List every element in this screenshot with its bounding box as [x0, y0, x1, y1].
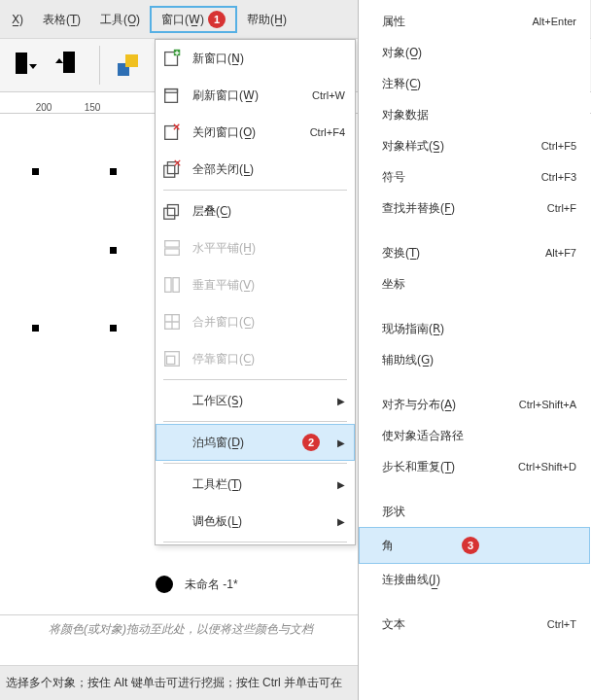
submenu-arrow-icon: ▶ — [337, 516, 355, 527]
menuitem-label: 调色板(L̲) — [189, 513, 337, 530]
submenu-step[interactable]: 步长和重复(T̲)Ctrl+Shift+D — [359, 451, 590, 482]
badge-1: 1 — [208, 11, 226, 28]
submenu-symbol[interactable]: 符号Ctrl+F3 — [359, 161, 590, 192]
status-hint: 将颜色(或对象)拖动至此处，以便将这些颜色与文档 — [0, 614, 358, 644]
submenu-guide[interactable]: 现场指南(R̲) — [359, 313, 590, 344]
submenu-curve[interactable]: 连接曲线(J̲) — [359, 564, 590, 595]
svg-rect-21 — [167, 356, 175, 364]
svg-rect-8 — [165, 89, 178, 103]
doc-label: 未命名 -1* — [185, 577, 238, 593]
submenu-aux[interactable]: 辅助线(G̲) — [359, 344, 590, 375]
shortcut: Ctrl+F3 — [541, 171, 576, 183]
svg-rect-15 — [165, 241, 180, 247]
submenu-text[interactable]: 文本Ctrl+T — [359, 609, 590, 640]
menuitem-label: 工作区(S̲) — [189, 393, 337, 409]
menu-table[interactable]: 表格(T̲) — [33, 6, 90, 33]
menuitem-label: 泊坞窗(D̲) — [189, 435, 298, 451]
doc-indicator[interactable]: 未命名 -1* — [156, 576, 238, 593]
menuitem-label: 停靠窗口(C̲) — [189, 351, 355, 368]
ruler-tick: 150 — [68, 102, 117, 113]
shortcut: Alt+F7 — [545, 247, 576, 259]
menuitem-close-window[interactable]: 关闭窗口(O̲) Ctrl+F4 — [156, 114, 355, 151]
menuitem-label: 垂直平铺(V̲) — [189, 277, 355, 294]
badge-2: 2 — [302, 434, 320, 451]
menu-window-label: 窗口(W̲) — [161, 6, 204, 33]
svg-rect-11 — [164, 165, 175, 177]
menuitem-combine: 合并窗口(C̲) — [156, 303, 355, 340]
tool-icon[interactable] — [54, 49, 86, 82]
menuitem-workspace[interactable]: 工作区(S̲) ▶ — [156, 382, 355, 419]
submenu-coord[interactable]: 坐标 — [359, 268, 590, 299]
svg-rect-13 — [164, 208, 175, 219]
menuitem-htile: 水平平铺(H̲) — [156, 229, 355, 266]
menu-help[interactable]: 帮助(H̲) — [237, 6, 296, 33]
submenu-properties[interactable]: 属性Alt+Enter — [359, 6, 590, 37]
shortcut: Ctrl+Shift+D — [518, 461, 576, 472]
menuitem-refresh-window[interactable]: 刷新窗口(W̲) Ctrl+W — [156, 77, 355, 114]
submenu-find[interactable]: 查找并替换(F̲)Ctrl+F — [359, 192, 590, 224]
submenu-objstyle[interactable]: 对象样式(S̲)Ctrl+F5 — [359, 130, 590, 161]
menuitem-label: 新窗口(N̲) — [189, 51, 355, 67]
shortcut: Ctrl+T — [547, 618, 576, 630]
ruler-tick: 200 — [19, 102, 68, 113]
menuitem-new-window[interactable]: 新窗口(N̲) — [156, 40, 355, 77]
submenu-fit[interactable]: 使对象适合路径 — [359, 420, 590, 451]
menuitem-label: 关闭窗口(O̲) — [189, 124, 310, 141]
submenu-object[interactable]: 对象(O̲) — [359, 37, 590, 68]
dockers-submenu: 属性Alt+Enter 对象(O̲) 注释(C̲) 对象数据 对象样式(S̲)C… — [358, 0, 590, 700]
tool-icon[interactable] — [10, 49, 41, 82]
menuitem-label: 工具栏(T̲) — [189, 476, 337, 493]
shortcut: Ctrl+W — [312, 89, 355, 101]
menuitem-label: 刷新窗口(W̲) — [189, 88, 312, 104]
svg-rect-18 — [173, 278, 179, 293]
submenu-shape[interactable]: 形状 — [359, 496, 590, 527]
status-bar: 选择多个对象；按住 Alt 键单击可进行挖掘；按住 Ctrl 并单击可在 — [0, 665, 358, 700]
menuitem-palette[interactable]: 调色板(L̲) ▶ — [156, 503, 355, 540]
submenu-arrow-icon: ▶ — [337, 396, 355, 406]
svg-rect-3 — [125, 54, 138, 67]
svg-rect-9 — [165, 89, 178, 93]
svg-rect-1 — [63, 52, 75, 73]
submenu-arrow-icon: ▶ — [337, 479, 355, 490]
shortcut: Ctrl+F4 — [310, 126, 355, 138]
submenu-objdata[interactable]: 对象数据 — [359, 99, 590, 130]
submenu-arrow-icon: ▶ — [337, 438, 355, 448]
svg-rect-14 — [167, 205, 178, 216]
menu-window[interactable]: 窗口(W̲) 1 — [150, 6, 237, 33]
menuitem-label: 全部关闭(L̲) — [189, 161, 355, 178]
menuitem-close-all[interactable]: 全部关闭(L̲) — [156, 151, 355, 188]
menuitem-label: 层叠(C̲) — [189, 203, 355, 220]
doc-dot-icon — [156, 576, 173, 593]
menuitem-dockers[interactable]: 泊坞窗(D̲) 2 ▶ — [156, 424, 355, 461]
submenu-comment[interactable]: 注释(C̲) — [359, 68, 590, 99]
menuitem-vtile: 垂直平铺(V̲) — [156, 266, 355, 303]
submenu-corner[interactable]: 角 3 — [359, 527, 590, 564]
shortcut: Ctrl+F — [547, 202, 576, 214]
svg-rect-17 — [165, 278, 171, 293]
svg-rect-0 — [16, 52, 27, 74]
selection-handles[interactable] — [0, 172, 126, 328]
badge-3: 3 — [462, 537, 479, 554]
window-dropdown: 新窗口(N̲) 刷新窗口(W̲) Ctrl+W 关闭窗口(O̲) Ctrl+F4… — [155, 39, 356, 545]
menuitem-toolbars[interactable]: 工具栏(T̲) ▶ — [156, 466, 355, 503]
menuitem-label: 水平平铺(H̲) — [189, 240, 355, 257]
menu-close[interactable]: X̲) — [2, 6, 33, 33]
submenu-align[interactable]: 对齐与分布(A̲)Ctrl+Shift+A — [359, 389, 590, 420]
menu-tools[interactable]: 工具(O̲) — [90, 6, 150, 33]
menuitem-cascade[interactable]: 层叠(C̲) — [156, 192, 355, 229]
svg-rect-16 — [165, 249, 180, 255]
menuitem-dock: 停靠窗口(C̲) — [156, 340, 355, 377]
shortcut: Ctrl+F5 — [541, 140, 576, 152]
shortcut: Ctrl+Shift+A — [519, 399, 576, 410]
menuitem-label: 合并窗口(C̲) — [189, 314, 355, 331]
submenu-transform[interactable]: 变换(T̲)Alt+F7 — [359, 237, 590, 268]
shortcut: Alt+Enter — [532, 16, 576, 27]
tool-icon[interactable] — [114, 49, 145, 82]
